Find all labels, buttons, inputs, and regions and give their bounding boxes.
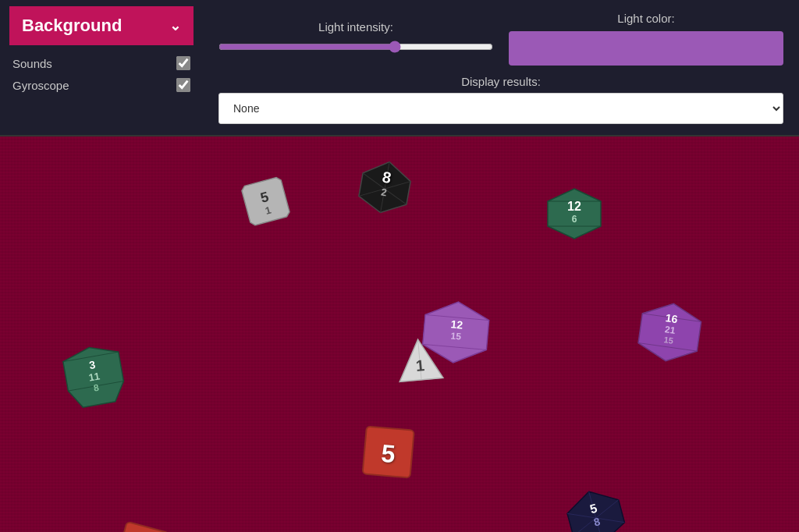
background-section: Background ⌄ Sounds Gyroscope [0,0,203,135]
die-purple-d20-right[interactable]: 16 21 15 [634,298,705,370]
sounds-checkbox[interactable] [176,56,190,70]
light-intensity-label: Light intensity: [318,20,393,34]
chevron-down-icon: ⌄ [169,17,181,34]
die-red-d6-center-bottom[interactable]: 5 [360,424,416,482]
light-color-label: Light color: [617,12,674,25]
light-intensity-group: Light intensity: [218,20,509,57]
die-black-d8[interactable]: 8 2 [354,156,415,222]
control-bar: Background ⌄ Sounds Gyroscope Light inte… [0,0,799,137]
svg-rect-32 [363,426,414,477]
gyroscope-label: Gyroscope [12,79,69,92]
dice-scene[interactable]: 5 1 8 2 12 6 [0,137,799,532]
svg-marker-0 [241,176,291,226]
display-results-group: Display results: None Sum Individual [218,75,783,124]
gyroscope-row: Gyroscope [9,78,194,92]
die-green-d20-top-right[interactable]: 12 6 [546,187,602,243]
svg-marker-5 [548,189,601,239]
svg-rect-37 [115,522,169,532]
svg-marker-25 [636,300,703,365]
background-dropdown-button[interactable]: Background ⌄ [9,6,194,45]
top-controls: Light intensity: Light color: [218,12,783,66]
controls-section: Light intensity: Light color: Display re… [203,4,799,132]
background-label: Background [22,16,122,36]
die-green-d12-left[interactable]: 3 11 8 [59,341,130,414]
gyroscope-checkbox[interactable] [176,78,190,92]
light-color-group: Light color: [509,12,783,66]
die-gray-cube[interactable]: 5 1 [236,172,297,234]
sounds-row: Sounds [9,56,194,70]
die-dark-d8-bottom-right[interactable]: 5 8 [561,483,630,532]
die-white-d4-center[interactable]: 1 [394,335,445,386]
svg-marker-33 [563,484,628,532]
display-results-label: Display results: [461,75,541,88]
sounds-label: Sounds [12,57,52,70]
display-results-select[interactable]: None Sum Individual [218,93,783,124]
svg-marker-12 [62,342,127,409]
die-red-d6-bottom-left[interactable]: 5 [113,520,172,532]
light-color-swatch[interactable] [509,31,783,66]
light-intensity-slider[interactable] [218,40,493,54]
light-intensity-slider-container [218,40,493,57]
